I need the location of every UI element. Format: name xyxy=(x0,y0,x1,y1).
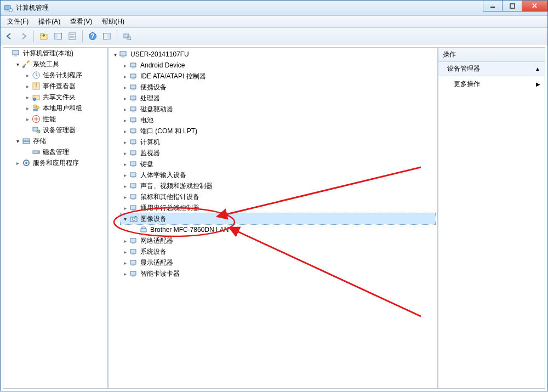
chevron-right-icon[interactable] xyxy=(122,128,128,134)
chevron-down-icon[interactable] xyxy=(14,138,21,144)
tree-performance[interactable]: 性能 xyxy=(23,113,107,124)
chevron-right-icon[interactable] xyxy=(122,106,128,112)
console-tree-pane[interactable]: 计算机管理(本地) 系统工具 任务计划程序 !事件查看器 xyxy=(3,47,108,389)
chevron-right-icon[interactable] xyxy=(122,270,128,277)
actions-context-label: 设备管理器 xyxy=(447,64,480,73)
device-category[interactable]: 鼠标和其他指针设备 xyxy=(121,191,435,202)
tree-label: USER-20141107FU xyxy=(130,50,189,58)
tree-local-users[interactable]: 本地用户和组 xyxy=(23,103,107,113)
device-category[interactable]: 系统设备 xyxy=(121,246,435,257)
chevron-right-icon[interactable] xyxy=(122,161,128,167)
actions-more-label: 更多操作 xyxy=(454,79,480,89)
scan-hardware-button[interactable] xyxy=(121,30,134,43)
menu-action[interactable]: 操作(A) xyxy=(34,15,65,28)
device-category[interactable]: 人体学输入设备 xyxy=(121,169,435,180)
chevron-right-icon[interactable] xyxy=(122,183,128,189)
tree-device-manager[interactable]: 设备管理器 xyxy=(23,124,107,135)
chevron-right-icon[interactable] xyxy=(122,259,128,266)
chevron-right-icon[interactable] xyxy=(122,117,128,123)
svg-rect-61 xyxy=(130,162,136,166)
device-category[interactable]: 键盘 xyxy=(121,158,435,169)
svg-rect-66 xyxy=(132,188,135,189)
tree-root-local[interactable]: 计算机管理(本地) xyxy=(3,48,107,59)
chevron-right-icon[interactable] xyxy=(122,237,128,244)
actions-context[interactable]: 设备管理器 ▲ xyxy=(438,62,545,76)
chevron-down-icon[interactable] xyxy=(112,51,118,58)
collapse-icon[interactable]: ▲ xyxy=(535,66,540,72)
maximize-button[interactable] xyxy=(503,1,522,12)
help-button[interactable]: ? xyxy=(86,30,99,43)
device-category[interactable]: 网络适配器 xyxy=(121,235,435,246)
chevron-right-icon[interactable] xyxy=(24,72,31,78)
device-category[interactable]: 端口 (COM 和 LPT) xyxy=(121,126,435,137)
chevron-right-icon[interactable] xyxy=(24,116,31,122)
svg-rect-69 xyxy=(130,206,136,209)
svg-rect-59 xyxy=(130,151,136,155)
up-button[interactable] xyxy=(37,30,50,43)
svg-rect-81 xyxy=(132,265,135,266)
chevron-down-icon[interactable] xyxy=(122,215,128,222)
tree-system-tools[interactable]: 系统工具 xyxy=(13,59,107,70)
device-icon xyxy=(129,258,138,267)
chevron-right-icon[interactable] xyxy=(122,95,128,101)
device-item-brother[interactable]: Brother MFC-7860DN LAN xyxy=(130,224,435,235)
tree-shared-folders[interactable]: 共享文件夹 xyxy=(23,92,107,103)
actions-more[interactable]: 更多操作 ▶ xyxy=(438,76,545,92)
svg-rect-54 xyxy=(132,122,135,123)
menu-file[interactable]: 文件(F) xyxy=(3,15,33,28)
chevron-right-icon[interactable] xyxy=(122,172,128,178)
tree-disk-mgmt[interactable]: 磁盘管理 xyxy=(23,146,107,157)
device-category[interactable]: 智能卡读卡器 xyxy=(121,268,435,279)
device-category[interactable]: 磁盘驱动器 xyxy=(121,104,435,115)
menu-view[interactable]: 查看(V) xyxy=(66,15,96,28)
chevron-right-icon[interactable] xyxy=(24,83,31,89)
device-tree-pane[interactable]: USER-20141107FU Android DeviceIDE ATA/AT… xyxy=(108,47,438,389)
nav-forward-button[interactable] xyxy=(17,30,30,43)
chevron-right-icon[interactable] xyxy=(122,150,128,156)
device-category[interactable]: 通用串行总线控制器 xyxy=(121,202,435,213)
device-category[interactable]: 显示适配器 xyxy=(121,257,435,268)
device-category[interactable]: 处理器 xyxy=(121,93,435,104)
device-icon xyxy=(129,127,138,135)
device-category-imaging[interactable]: 图像设备 xyxy=(121,213,435,224)
chevron-right-icon[interactable] xyxy=(122,73,128,79)
performance-icon xyxy=(32,115,41,123)
minimize-button[interactable] xyxy=(483,1,503,12)
chevron-right-icon[interactable] xyxy=(122,194,128,200)
chevron-down-icon[interactable] xyxy=(14,61,21,67)
tree-task-scheduler[interactable]: 任务计划程序 xyxy=(23,70,107,81)
menu-help[interactable]: 帮助(H) xyxy=(98,15,129,28)
chevron-right-icon[interactable] xyxy=(24,94,31,100)
close-button[interactable]: ✕ xyxy=(522,1,547,12)
nav-back-button[interactable] xyxy=(3,30,16,43)
chevron-right-icon[interactable] xyxy=(122,139,128,145)
tree-services[interactable]: 服务和应用程序 xyxy=(13,157,107,168)
svg-point-28 xyxy=(33,98,36,101)
svg-rect-67 xyxy=(130,195,136,198)
device-category[interactable]: 监视器 xyxy=(121,147,435,158)
svg-rect-20 xyxy=(13,50,19,55)
device-category[interactable]: 计算机 xyxy=(121,137,435,147)
show-hide-tree-button[interactable] xyxy=(52,30,65,43)
properties-button[interactable] xyxy=(66,30,79,43)
tree-root-computer[interactable]: USER-20141107FU xyxy=(111,49,435,60)
tree-label: Brother MFC-7860DN LAN xyxy=(150,226,229,234)
svg-point-2 xyxy=(9,8,13,12)
device-category[interactable]: 声音、视频和游戏控制器 xyxy=(121,180,435,191)
chevron-right-icon[interactable] xyxy=(122,62,128,69)
tree-storage[interactable]: 存储 xyxy=(13,135,107,146)
device-category[interactable]: Android Device xyxy=(121,60,435,71)
device-category[interactable]: 便携设备 xyxy=(121,82,435,93)
tree-event-viewer[interactable]: !事件查看器 xyxy=(23,81,107,92)
tree-label: 监视器 xyxy=(140,149,160,158)
device-category[interactable]: IDE ATA/ATAPI 控制器 xyxy=(121,71,435,82)
chevron-right-icon[interactable] xyxy=(24,105,31,111)
device-category[interactable]: 电池 xyxy=(121,115,435,126)
chevron-right-icon[interactable] xyxy=(122,248,128,255)
chevron-right-icon[interactable] xyxy=(14,160,21,166)
chevron-right-icon[interactable] xyxy=(122,84,128,90)
refresh-button[interactable] xyxy=(100,30,113,43)
chevron-right-icon[interactable] xyxy=(122,204,128,211)
svg-rect-76 xyxy=(130,238,136,242)
svg-rect-82 xyxy=(130,271,136,275)
